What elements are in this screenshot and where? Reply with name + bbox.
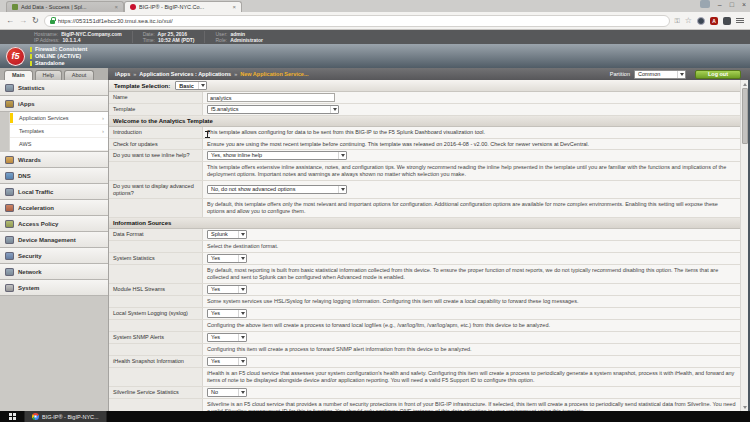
- back-button[interactable]: ←: [6, 17, 14, 25]
- chevron-down-icon: [238, 286, 246, 293]
- breadcrumb-iapps[interactable]: iApps: [115, 71, 130, 77]
- profile-avatar[interactable]: [700, 0, 710, 8]
- sidebar-item-device-management[interactable]: Device Management: [0, 232, 108, 248]
- logout-button[interactable]: Log out: [695, 70, 741, 79]
- chevron-right-icon: ›: [102, 115, 104, 121]
- name-input[interactable]: [207, 93, 335, 102]
- tab-close-icon[interactable]: ×: [232, 4, 236, 10]
- silverline-statistics-select[interactable]: No: [207, 388, 247, 397]
- module-hsl-streams-select[interactable]: Yes: [207, 285, 247, 294]
- data-format-select[interactable]: Splunk: [207, 230, 247, 239]
- chevron-down-icon: [238, 334, 246, 341]
- close-button[interactable]: ×: [742, 1, 746, 8]
- window-controls: – □ ×: [700, 0, 746, 8]
- status-online: ONLINE (ACTIVE): [30, 53, 87, 59]
- scrollbar-thumb[interactable]: [742, 88, 748, 144]
- f5-header: f5 Firewall: Consistent ONLINE (ACTIVE) …: [0, 44, 750, 68]
- extension-dark-icon[interactable]: [723, 17, 731, 25]
- tab-about[interactable]: About: [64, 70, 94, 80]
- browser-tab-inactive[interactable]: Add Data - Success | Spl... ×: [6, 1, 124, 12]
- url-box[interactable]: https://053151df1ebcc30.tmui.sea.itc.io/…: [44, 15, 670, 27]
- system-snmp-alerts-select[interactable]: Yes: [207, 333, 247, 342]
- help-row: Configuring this item will create a proc…: [109, 344, 740, 356]
- chevron-down-icon: [238, 389, 246, 396]
- wizards-icon: [5, 156, 14, 164]
- sidebar-item-iapps[interactable]: iApps: [0, 96, 108, 112]
- sidebar-item-local-traffic[interactable]: Local Traffic: [0, 184, 108, 200]
- section-header-welcome: Welcome to the Analytics Template: [109, 116, 740, 127]
- device-user-col: User:admin Role:Administrator: [205, 31, 272, 43]
- form-row-name: Name: [109, 92, 740, 104]
- vertical-scrollbar: [740, 80, 748, 411]
- help-row: Configuring the above item will create a…: [109, 320, 740, 332]
- chevron-down-icon: [238, 255, 246, 262]
- field-label: Name: [109, 92, 203, 103]
- date-value: Apr 25, 2016: [158, 32, 187, 37]
- sidebar-item-wizards[interactable]: Wizards: [0, 152, 108, 168]
- sidebar-item-statistics[interactable]: Statistics: [0, 80, 108, 96]
- template-select[interactable]: f5.analytics: [207, 105, 339, 114]
- forward-button[interactable]: →: [19, 17, 27, 25]
- template-selection-label: Template Selection:: [114, 83, 170, 89]
- browser-menu-icon[interactable]: [736, 18, 744, 23]
- tab-close-icon[interactable]: ×: [114, 4, 118, 10]
- sidebar-item-aws[interactable]: AWS: [10, 138, 108, 151]
- role-value: Administrator: [230, 38, 263, 43]
- browser-tab-active[interactable]: BIG-IP® - BigIP-NYC.Co... ×: [124, 1, 242, 12]
- tab-help[interactable]: Help: [35, 70, 62, 80]
- time-value: 10:52 AM (PDT): [158, 38, 195, 43]
- sidebar-item-dns[interactable]: DNS: [0, 168, 108, 184]
- minimize-button[interactable]: –: [718, 1, 722, 8]
- breadcrumb-application-services[interactable]: Application Services : Applications: [139, 71, 231, 77]
- advanced-options-select[interactable]: No, do not show advanced options: [207, 185, 347, 194]
- info-text: Ensure you are using the most recent tem…: [203, 139, 740, 150]
- form-row-silverline-statistics: Silverline Service Statistics No: [109, 387, 740, 399]
- sidebar-item-access-policy[interactable]: Access Policy: [0, 216, 108, 232]
- iapps-icon: [5, 100, 14, 108]
- template-selection-select[interactable]: Basic: [175, 81, 207, 90]
- adobe-extension-icon[interactable]: A: [710, 17, 718, 25]
- access-policy-icon: [5, 220, 14, 228]
- taskbar-app-title: BIG-IP® - BigIP-NYC...: [42, 414, 99, 420]
- security-icon: [5, 252, 14, 260]
- sidebar-item-templates[interactable]: Templates›: [10, 125, 108, 138]
- field-label: System Statistics: [109, 253, 203, 264]
- windows-logo-icon: [9, 413, 16, 420]
- ihealth-snapshot-select[interactable]: Yes: [207, 357, 247, 366]
- maximize-button[interactable]: □: [730, 1, 734, 8]
- sidebar-item-security[interactable]: Security: [0, 248, 108, 264]
- field-label: Check for updates: [109, 139, 203, 150]
- tab-title: BIG-IP® - BigIP-NYC.Co...: [139, 4, 229, 10]
- sidebar-item-network[interactable]: Network: [0, 264, 108, 280]
- key-icon[interactable]: ⚿: [675, 17, 680, 25]
- sidebar-item-acceleration[interactable]: Acceleration: [0, 200, 108, 216]
- f5-favicon-icon: [130, 4, 136, 10]
- browser-tabstrip: Add Data - Success | Spl... × BIG-IP® - …: [0, 0, 750, 12]
- sidebar: Statistics iApps Application Services› T…: [0, 80, 108, 411]
- extension-circle-icon[interactable]: [697, 17, 705, 25]
- help-text: Select the destination format.: [203, 241, 740, 252]
- field-label: Do you want to display advanced options?: [109, 181, 203, 198]
- tab-title: Add Data - Success | Spl...: [21, 4, 111, 10]
- partition-select[interactable]: Common: [634, 70, 686, 79]
- chevron-down-icon: [677, 71, 685, 78]
- form-row-ihealth-snapshot: iHealth Snapshot Information Yes: [109, 356, 740, 368]
- inline-help-select[interactable]: Yes, show inline help: [207, 151, 347, 160]
- form-row-check-updates: Check for updates Ensure you are using t…: [109, 139, 740, 151]
- iapps-submenu: Application Services› Templates› AWS: [9, 112, 108, 152]
- chevron-down-icon: [330, 106, 338, 113]
- help-row: Some system services use HSL/Syslog for …: [109, 296, 740, 308]
- start-button[interactable]: [0, 411, 24, 422]
- system-statistics-select[interactable]: Yes: [207, 254, 247, 263]
- bookmark-star-icon[interactable]: ☆: [685, 17, 692, 25]
- windows-taskbar: BIG-IP® - BigIP-NYC...: [0, 411, 750, 422]
- taskbar-app-button[interactable]: BIG-IP® - BigIP-NYC...: [24, 411, 107, 422]
- partition-control: Partition Common: [610, 70, 686, 79]
- tab-main[interactable]: Main: [4, 70, 33, 80]
- help-row: Silverline is an F5 cloud service that p…: [109, 399, 740, 411]
- sidebar-item-system[interactable]: System: [0, 280, 108, 296]
- local-system-logging-select[interactable]: Yes: [207, 309, 247, 318]
- help-row: iHealth is an F5 cloud service that asse…: [109, 368, 740, 387]
- reload-button[interactable]: ↻: [32, 17, 39, 25]
- sidebar-item-application-services[interactable]: Application Services›: [10, 112, 108, 125]
